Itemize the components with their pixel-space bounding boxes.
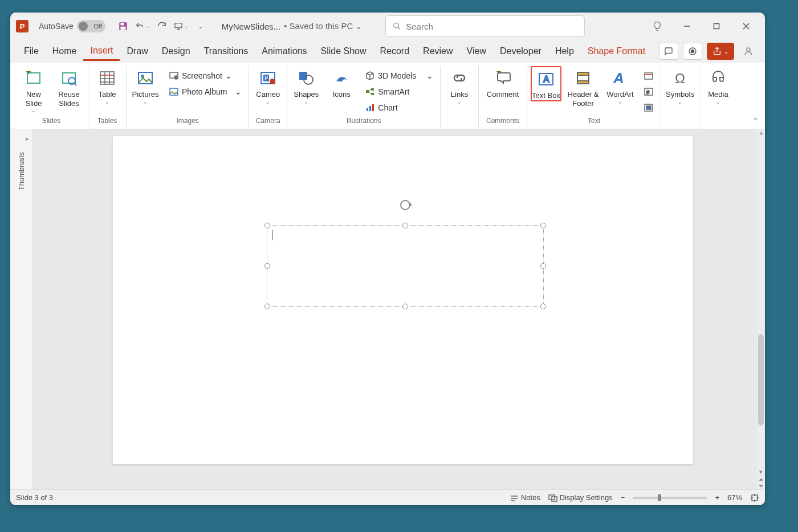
tab-help[interactable]: Help bbox=[548, 43, 581, 60]
svg-rect-41 bbox=[371, 93, 374, 95]
ribbon-group-links: Links⌄ bbox=[441, 66, 479, 129]
tab-review[interactable]: Review bbox=[416, 43, 459, 60]
icons-button[interactable]: Icons bbox=[326, 66, 357, 99]
tab-animations[interactable]: Animations bbox=[255, 43, 314, 60]
zoom-level[interactable]: 67% bbox=[727, 493, 742, 502]
ribbon-group-camera: P Cameo⌄ Camera bbox=[249, 66, 287, 129]
tab-record[interactable]: Record bbox=[373, 43, 417, 60]
svg-text:A: A bbox=[613, 71, 624, 85]
text-box-button[interactable]: A Text Box bbox=[531, 66, 561, 101]
expand-thumbnails-icon[interactable]: ▸ bbox=[26, 135, 29, 142]
scroll-up-icon[interactable]: ▴ bbox=[757, 129, 765, 137]
table-button[interactable]: Table⌄ bbox=[92, 66, 123, 105]
date-time-button[interactable] bbox=[640, 68, 657, 83]
search-box[interactable] bbox=[385, 15, 585, 37]
resize-handle-s[interactable] bbox=[402, 304, 408, 309]
zoom-out-button[interactable]: − bbox=[621, 493, 625, 502]
account-button[interactable] bbox=[739, 43, 758, 60]
app-window: P AutoSave Off ⌄ ⌄ ⌄ MyNewSlides... • Sa… bbox=[10, 13, 765, 505]
tab-draw[interactable]: Draw bbox=[120, 43, 154, 60]
vertical-scrollbar[interactable]: ▴ ▾ ⏶ ⏷ bbox=[757, 129, 765, 489]
saved-status[interactable]: • Saved to this PC ⌄ bbox=[284, 21, 363, 31]
maximize-button[interactable] bbox=[703, 15, 730, 38]
tab-developer[interactable]: Developer bbox=[493, 43, 548, 60]
pictures-button[interactable]: Pictures⌄ bbox=[130, 66, 161, 105]
thumbnails-panel[interactable]: ▸ Thumbnails bbox=[10, 129, 33, 489]
tab-transitions[interactable]: Transitions bbox=[197, 43, 255, 60]
fit-to-window-button[interactable] bbox=[750, 493, 759, 502]
slide-canvas-area[interactable]: ▴ ▾ ⏶ ⏷ bbox=[33, 129, 765, 489]
resize-handle-sw[interactable] bbox=[264, 304, 270, 309]
tab-design[interactable]: Design bbox=[155, 43, 197, 60]
present-from-beginning-button[interactable]: ⌄ bbox=[174, 19, 189, 34]
svg-rect-3 bbox=[175, 23, 182, 28]
slide[interactable] bbox=[113, 136, 693, 464]
resize-handle-ne[interactable] bbox=[540, 223, 546, 228]
tab-file[interactable]: File bbox=[17, 43, 46, 60]
tab-view[interactable]: View bbox=[460, 43, 493, 60]
svg-rect-53 bbox=[577, 81, 589, 84]
collapse-ribbon-button[interactable]: ⌃ bbox=[752, 116, 759, 125]
resize-handle-nw[interactable] bbox=[264, 223, 270, 228]
resize-handle-w[interactable] bbox=[264, 263, 270, 269]
zoom-slider[interactable] bbox=[633, 497, 707, 499]
rotate-handle-icon[interactable] bbox=[398, 198, 412, 212]
close-button[interactable] bbox=[733, 15, 759, 38]
svg-point-62 bbox=[401, 200, 410, 210]
smartart-button[interactable]: SmartArt bbox=[361, 84, 437, 99]
photo-album-button[interactable]: Photo Album ⌄ bbox=[165, 84, 245, 99]
camera-record-button[interactable] bbox=[683, 43, 702, 60]
scroll-thumb[interactable] bbox=[758, 334, 764, 425]
next-slide-icon[interactable]: ⏷ bbox=[758, 482, 764, 489]
wordart-button[interactable]: A WordArt⌄ bbox=[605, 66, 636, 105]
svg-rect-55 bbox=[645, 73, 653, 79]
autosave-toggle[interactable]: Off bbox=[77, 20, 105, 32]
chart-button[interactable]: Chart bbox=[361, 100, 437, 115]
ribbon-group-tables: Table⌄ Tables bbox=[88, 66, 127, 129]
3d-models-button[interactable]: 3D Models ⌄ bbox=[361, 68, 437, 83]
scroll-down-icon[interactable]: ▾ bbox=[759, 468, 763, 476]
search-input[interactable] bbox=[406, 22, 577, 31]
shapes-button[interactable]: Shapes⌄ bbox=[291, 66, 321, 105]
undo-button[interactable]: ⌄ bbox=[135, 19, 150, 34]
tab-slide-show[interactable]: Slide Show bbox=[314, 43, 373, 60]
slide-counter[interactable]: Slide 3 of 3 bbox=[16, 493, 53, 502]
resize-handle-n[interactable] bbox=[402, 223, 408, 228]
prev-slide-icon[interactable]: ⏶ bbox=[758, 476, 764, 482]
tab-home[interactable]: Home bbox=[46, 43, 84, 60]
text-cursor bbox=[272, 230, 272, 240]
svg-point-13 bbox=[691, 50, 694, 52]
display-settings-button[interactable]: Display Settings bbox=[548, 493, 613, 502]
resize-handle-se[interactable] bbox=[540, 304, 546, 309]
object-button[interactable] bbox=[640, 100, 657, 115]
text-box-shape[interactable] bbox=[267, 225, 544, 307]
reuse-slides-button[interactable]: Reuse Slides bbox=[54, 66, 84, 108]
new-slide-button[interactable]: New Slide⌄ bbox=[18, 66, 49, 114]
comments-pane-button[interactable] bbox=[659, 43, 678, 60]
tab-shape-format[interactable]: Shape Format bbox=[581, 43, 652, 60]
comment-button[interactable]: Comment bbox=[482, 66, 523, 99]
symbols-button[interactable]: Ω Symbols⌄ bbox=[665, 66, 695, 105]
header-footer-button[interactable]: Header & Footer bbox=[566, 66, 600, 108]
save-button[interactable] bbox=[116, 19, 131, 34]
autosave-label: AutoSave bbox=[39, 22, 74, 31]
links-button[interactable]: Links⌄ bbox=[444, 66, 475, 105]
tab-insert[interactable]: Insert bbox=[83, 42, 120, 61]
coming-soon-icon[interactable] bbox=[644, 15, 670, 38]
document-filename[interactable]: MyNewSlides... bbox=[222, 22, 280, 31]
status-bar: Slide 3 of 3 Notes Display Settings − + … bbox=[10, 489, 765, 505]
customize-qat-button[interactable]: ⌄ bbox=[193, 19, 208, 34]
svg-rect-45 bbox=[369, 106, 371, 111]
share-button[interactable]: ⌄ bbox=[707, 43, 734, 60]
svg-point-29 bbox=[141, 75, 144, 77]
slide-number-button[interactable]: # bbox=[640, 84, 657, 99]
redo-button[interactable] bbox=[154, 19, 169, 34]
media-button[interactable]: Media⌄ bbox=[703, 66, 734, 105]
screenshot-button[interactable]: Screenshot ⌄ bbox=[165, 68, 245, 83]
notes-button[interactable]: Notes bbox=[510, 493, 540, 502]
resize-handle-e[interactable] bbox=[540, 263, 546, 269]
zoom-in-button[interactable]: + bbox=[715, 493, 719, 502]
search-icon bbox=[393, 22, 401, 31]
cameo-button[interactable]: P Cameo⌄ bbox=[253, 66, 283, 105]
minimize-button[interactable] bbox=[674, 15, 700, 38]
